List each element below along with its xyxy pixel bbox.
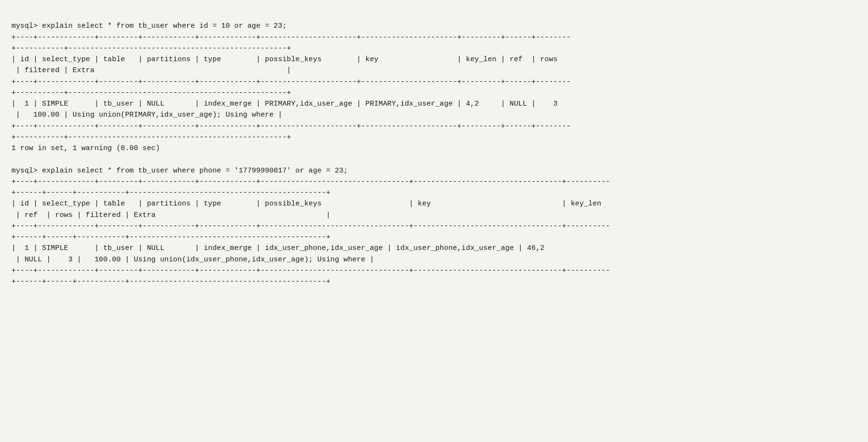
terminal-output: mysql> explain select * from tb_user whe…: [11, 10, 857, 287]
